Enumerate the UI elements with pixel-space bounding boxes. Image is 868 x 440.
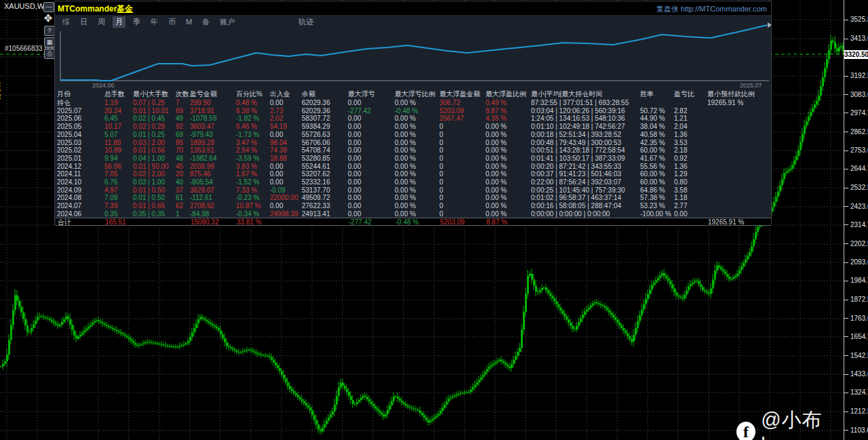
cell: 0:01:41 | 103:50:17 | 387:33:09: [531, 155, 625, 162]
cell: 2.77: [674, 202, 687, 209]
cell: 54708.74: [302, 146, 330, 154]
cell: 0.92: [674, 155, 687, 162]
cell: 0.07 | 0.25: [133, 99, 165, 106]
help-icon[interactable]: ?: [44, 26, 55, 36]
cell: -1.52 %: [236, 178, 259, 186]
cell: 2.73: [270, 107, 283, 115]
cell: 持仓: [57, 99, 71, 106]
equity-x-end-label: 2025.07: [740, 82, 762, 89]
move-cross-icon[interactable]: ✥: [41, 12, 55, 24]
cell: 6.38 %: [236, 107, 257, 115]
axis-tick: [844, 76, 848, 77]
cell: 0.00: [348, 186, 361, 194]
axis-tick-label: 2314.70: [850, 221, 868, 228]
cell: 0: [439, 178, 443, 186]
cell: 3718.91: [190, 107, 214, 115]
cell: 2708.92: [190, 202, 214, 209]
col-header: 最大浮盈比例: [486, 90, 526, 98]
axis-tick: [844, 169, 848, 169]
cell: 0.35 | 0.35: [133, 210, 165, 218]
cell: 0.00: [348, 155, 361, 162]
cell: 49: [176, 115, 183, 122]
cell: 0.00 %: [486, 170, 507, 178]
cell: 0.02 | 0.28: [133, 123, 165, 130]
cell: 3603.47: [190, 123, 214, 130]
print-icon[interactable]: ⎙: [44, 49, 55, 59]
axis-tick-label: 3083.60: [850, 91, 868, 98]
cell: -805.54: [190, 178, 213, 186]
cell: 53207.62: [302, 170, 330, 178]
cell: 60.00 %: [640, 170, 665, 178]
cell: 2024.06: [57, 210, 81, 218]
cell: 53137.70: [302, 186, 330, 194]
cell: 0: [439, 194, 443, 201]
cell: 2025.01: [57, 155, 81, 162]
axis-tick: [844, 39, 848, 39]
cell: 0.03 | 1.00: [133, 178, 165, 186]
axis-tick: [844, 300, 848, 300]
cell: 24998.39: [270, 210, 298, 218]
grid-icon[interactable]: ▦: [44, 37, 55, 47]
cell: 40: [176, 178, 183, 186]
cell: 58307.72: [302, 115, 330, 122]
cell: 0.00 %: [395, 139, 416, 146]
total-cell: 33.81 %: [237, 218, 262, 226]
cell: 0.00 %: [395, 202, 416, 209]
axis-tick-label: 1324.70: [850, 388, 868, 396]
axis-tick-label: 1872.50: [850, 296, 868, 303]
cell: 0:00:25 | 101:45:40 | 757:39:30: [531, 186, 625, 194]
cell: 60.00 %: [640, 178, 665, 186]
cell: 1.67 %: [236, 170, 257, 178]
cell: 62029.36: [302, 99, 330, 106]
cell: 0.01 | 0.25: [133, 131, 165, 138]
cell: 0.00: [270, 202, 283, 209]
cell: 38.04 %: [640, 123, 665, 130]
cell: 74.38: [270, 146, 287, 154]
cell: 7: [176, 99, 180, 106]
axis-tick: [844, 113, 848, 113]
cell: 7.39: [104, 202, 117, 209]
col-header: 盈亏金额: [190, 90, 217, 98]
cell: 0:00:20 | 87:21:42 | 343:55:33: [531, 163, 621, 170]
cell: 0:00:00 | 0:00:00 | 0:00:00: [531, 210, 610, 218]
cell: 0.00: [348, 99, 361, 106]
cell: 0.01 | 0.65: [133, 202, 165, 209]
cell: 0.00 %: [395, 210, 416, 218]
total-cell: -0.48 %: [395, 218, 418, 226]
current-price-box: 3320.50: [844, 50, 868, 59]
cell: -0.48 %: [395, 107, 418, 115]
cell: 40.58 %: [640, 131, 665, 138]
cell: 2567.47: [439, 115, 464, 122]
axis-tick-label: 2644.70: [850, 165, 868, 172]
cell: 2024.08: [57, 194, 81, 201]
cell: 69: [176, 107, 183, 115]
cell: 11.89: [104, 139, 121, 146]
cell: 299.50: [190, 99, 211, 106]
cell: 0.00: [348, 194, 361, 201]
cell: 0.00: [348, 163, 361, 170]
cell: 0.00 %: [395, 115, 416, 122]
minimize-icon[interactable]: —: [43, 2, 54, 12]
cell: 0.00: [348, 123, 361, 130]
cell: 0.00 %: [395, 99, 416, 106]
axis-tick-label: 3192.50: [850, 72, 868, 79]
cell: 42.35 %: [640, 139, 665, 146]
cell: -112.61: [190, 194, 212, 201]
facebook-icon: f: [736, 422, 755, 440]
cell: 0.00: [270, 131, 283, 138]
price-axis[interactable]: 3320.50 3525.803413.603304.703192.503083…: [844, 0, 868, 440]
total-cell: 19265.91 %: [708, 218, 744, 226]
cell: 2024.07: [57, 202, 81, 209]
cell: 0.00 %: [486, 210, 507, 218]
cell: 5.07: [104, 131, 117, 138]
cell: 9.94: [104, 155, 117, 162]
cell: 0.03 | 2.00: [133, 139, 165, 146]
cell: 1.36: [674, 131, 687, 138]
axis-tick-label: 2093.60: [850, 258, 868, 266]
cell: 0.01 | 0.50: [133, 194, 165, 201]
cell: 0.00: [270, 163, 283, 170]
cell: 2024.09: [57, 186, 81, 194]
cell: 8.87 %: [486, 107, 507, 115]
cell: 2025.03: [57, 139, 81, 146]
cell: 1.19: [104, 99, 117, 106]
